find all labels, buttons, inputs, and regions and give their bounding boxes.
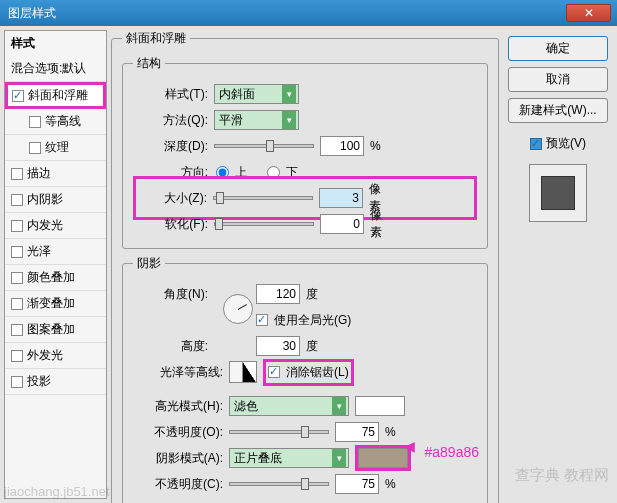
arrow-icon: ◀	[404, 438, 415, 454]
close-button[interactable]: ✕	[566, 4, 611, 22]
color-overlay-check[interactable]	[11, 272, 23, 284]
highlight-mode-dropdown[interactable]: 滤色	[229, 396, 349, 416]
drop-shadow-check[interactable]	[11, 376, 23, 388]
size-slider[interactable]	[213, 196, 313, 200]
highlight-mode-label: 高光模式(H):	[133, 398, 223, 415]
bevel-group-title: 斜面和浮雕	[122, 30, 190, 47]
inner-shadow-check[interactable]	[11, 194, 23, 206]
angle-unit: 度	[306, 286, 328, 303]
shadow-opacity-slider[interactable]	[229, 482, 329, 486]
soften-slider[interactable]	[214, 222, 314, 226]
angle-input[interactable]	[256, 284, 300, 304]
percent-unit: %	[370, 139, 392, 153]
structure-group: 结构 样式(T): 内斜面 方法(Q): 平滑 深度(D): % 方向:	[122, 55, 488, 249]
depth-input[interactable]	[320, 136, 364, 156]
structure-title: 结构	[133, 55, 165, 72]
altitude-label: 高度:	[133, 338, 208, 355]
preview-swatch	[541, 176, 575, 210]
window-title: 图层样式	[8, 5, 56, 22]
texture-row[interactable]: 纹理	[5, 135, 106, 161]
altitude-unit: 度	[306, 338, 328, 355]
bevel-check[interactable]	[12, 90, 24, 102]
size-highlight: 大小(Z): 像素	[133, 176, 477, 220]
stroke-row[interactable]: 描边	[5, 161, 106, 187]
depth-slider[interactable]	[214, 144, 314, 148]
preview-check[interactable]	[530, 138, 542, 150]
satin-row[interactable]: 光泽	[5, 239, 106, 265]
stroke-check[interactable]	[11, 168, 23, 180]
outer-glow-check[interactable]	[11, 350, 23, 362]
pattern-overlay-row[interactable]: 图案叠加	[5, 317, 106, 343]
pattern-overlay-check[interactable]	[11, 324, 23, 336]
highlight-opacity-slider[interactable]	[229, 430, 329, 434]
depth-label: 深度(D):	[133, 138, 208, 155]
style-label: 样式(T):	[133, 86, 208, 103]
global-light-label: 使用全局光(G)	[274, 312, 351, 329]
shading-group: 阴影 角度(N): 度 使用全局光(G) 高度:	[122, 255, 488, 503]
texture-check[interactable]	[29, 142, 41, 154]
shadow-mode-label: 阴影模式(A):	[133, 450, 223, 467]
angle-label: 角度(N):	[133, 286, 208, 303]
altitude-input[interactable]	[256, 336, 300, 356]
shadow-color-highlight	[355, 445, 411, 471]
gloss-contour-picker[interactable]	[229, 361, 257, 383]
inner-shadow-row[interactable]: 内阴影	[5, 187, 106, 213]
antialias-label: 消除锯齿(L)	[286, 364, 349, 381]
technique-dropdown[interactable]: 平滑	[214, 110, 299, 130]
grad-overlay-check[interactable]	[11, 298, 23, 310]
blend-options-row[interactable]: 混合选项:默认	[5, 56, 106, 82]
styles-list: 样式 混合选项:默认 斜面和浮雕 等高线 纹理 描边 内阴影 内发光 光泽 颜色…	[4, 30, 107, 499]
shadow-opacity-label: 不透明度(C):	[133, 476, 223, 493]
shadow-color-swatch[interactable]	[358, 448, 408, 468]
highlight-color-swatch[interactable]	[355, 396, 405, 416]
new-style-button[interactable]: 新建样式(W)...	[508, 98, 608, 123]
outer-glow-row[interactable]: 外发光	[5, 343, 106, 369]
highlight-opacity-label: 不透明度(O):	[133, 424, 223, 441]
gloss-contour-label: 光泽等高线:	[133, 364, 223, 381]
highlight-opacity-input[interactable]	[335, 422, 379, 442]
preview-box	[529, 164, 587, 222]
color-overlay-row[interactable]: 颜色叠加	[5, 265, 106, 291]
contour-check[interactable]	[29, 116, 41, 128]
shadow-mode-dropdown[interactable]: 正片叠底	[229, 448, 349, 468]
soften-unit: 像素	[370, 207, 392, 241]
inner-glow-row[interactable]: 内发光	[5, 213, 106, 239]
hex-annotation: #a89a86	[424, 444, 479, 460]
size-input[interactable]	[319, 188, 363, 208]
angle-dial[interactable]	[223, 294, 253, 324]
shading-title: 阴影	[133, 255, 165, 272]
styles-header: 样式	[5, 31, 106, 56]
inner-glow-check[interactable]	[11, 220, 23, 232]
antialias-highlight: 消除锯齿(L)	[263, 359, 354, 386]
right-buttons: 确定 取消 新建样式(W)... 预览(V)	[503, 30, 613, 499]
antialias-check[interactable]	[268, 366, 280, 378]
grad-overlay-row[interactable]: 渐变叠加	[5, 291, 106, 317]
shadow-opacity-input[interactable]	[335, 474, 379, 494]
contour-row[interactable]: 等高线	[5, 109, 106, 135]
preview-label: 预览(V)	[546, 135, 586, 152]
drop-shadow-row[interactable]: 投影	[5, 369, 106, 395]
bevel-emboss-row[interactable]: 斜面和浮雕	[5, 82, 106, 109]
bevel-group: 斜面和浮雕 结构 样式(T): 内斜面 方法(Q): 平滑 深度(D): %	[111, 30, 499, 503]
satin-check[interactable]	[11, 246, 23, 258]
global-light-check[interactable]	[256, 314, 268, 326]
size-label: 大小(Z):	[138, 190, 207, 207]
ok-button[interactable]: 确定	[508, 36, 608, 61]
style-dropdown[interactable]: 内斜面	[214, 84, 299, 104]
soften-input[interactable]	[320, 214, 364, 234]
cancel-button[interactable]: 取消	[508, 67, 608, 92]
soften-label: 软化(F):	[133, 216, 208, 233]
technique-label: 方法(Q):	[133, 112, 208, 129]
